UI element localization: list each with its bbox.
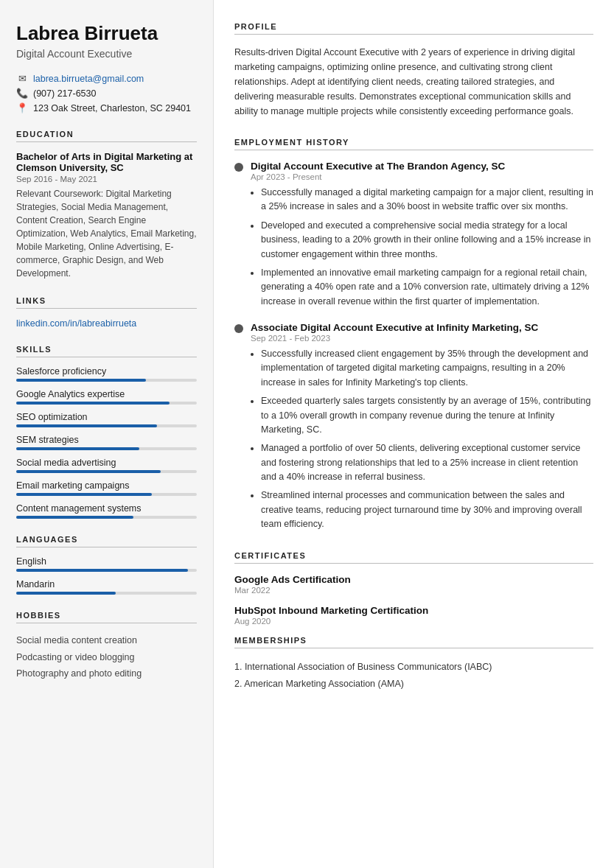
- sidebar: Labrea Birrueta Digital Account Executiv…: [0, 0, 214, 868]
- language-item: English: [16, 556, 197, 572]
- skill-bar-fill: [16, 493, 152, 496]
- skill-bar-bg: [16, 424, 197, 427]
- skill-label: Salesforce proficiency: [16, 366, 197, 377]
- phone-icon: 📞: [16, 88, 28, 99]
- email-link[interactable]: labrea.birrueta@gmail.com: [33, 74, 144, 84]
- language-bar-bg: [16, 592, 197, 595]
- profile-text: Results-driven Digital Account Executive…: [234, 45, 593, 119]
- certificates-list: Google Ads Certification Mar 2022 HubSpo…: [234, 574, 593, 626]
- linkedin-link[interactable]: linkedin.com/in/labreabirrueta: [16, 318, 136, 329]
- memberships-header: MEMBERSHIPS: [234, 636, 593, 648]
- candidate-title: Digital Account Executive: [16, 48, 197, 60]
- hobbies-list: Social media content creationPodcasting …: [16, 632, 197, 682]
- job-bullet: Implemented an innovative email marketin…: [261, 266, 593, 309]
- memberships-list: 1. International Association of Business…: [234, 659, 593, 694]
- certificate-date: Mar 2022: [234, 586, 593, 595]
- job-dot: [234, 163, 243, 172]
- education-dates: Sep 2016 - May 2021: [16, 175, 197, 183]
- job-bullets: Successfully increased client engagement…: [251, 347, 593, 532]
- job-bullet: Exceeded quarterly sales targets consist…: [261, 394, 593, 437]
- skill-item: SEO optimization: [16, 412, 197, 427]
- hobby-item: Photography and photo editing: [16, 665, 197, 682]
- education-header: EDUCATION: [16, 130, 197, 142]
- skill-bar-bg: [16, 493, 197, 496]
- skill-item: Content management systems: [16, 503, 197, 519]
- contact-phone: 📞 (907) 217-6530: [16, 88, 197, 99]
- skill-bar-fill: [16, 402, 170, 405]
- job-bullet: Managed a portfolio of over 50 clients, …: [261, 441, 593, 484]
- job-dates: Sep 2021 - Feb 2023: [251, 334, 593, 343]
- hobby-item: Podcasting or video blogging: [16, 649, 197, 666]
- job-bullet: Developed and executed a comprehensive s…: [261, 219, 593, 262]
- skills-header: SKILLS: [16, 345, 197, 357]
- skill-item: Email marketing campaigns: [16, 480, 197, 496]
- job-bullet: Streamlined internal processes and commu…: [261, 489, 593, 531]
- languages-list: English Mandarin: [16, 556, 197, 595]
- linkedin-link-block: linkedin.com/in/labreabirrueta: [16, 318, 197, 329]
- skill-bar-fill: [16, 516, 133, 519]
- skill-bar-bg: [16, 447, 197, 450]
- phone-number: (907) 217-6530: [33, 88, 96, 99]
- skill-label: SEM strategies: [16, 435, 197, 445]
- job-block: Digital Account Executive at The Brandon…: [234, 161, 593, 309]
- skill-bar-bg: [16, 470, 197, 473]
- candidate-name: Labrea Birrueta: [16, 22, 197, 45]
- contact-address: 📍 123 Oak Street, Charleston, SC 29401: [16, 102, 197, 113]
- job-bullets: Successfully managed a digital marketing…: [251, 186, 593, 309]
- language-label: Mandarin: [16, 579, 197, 589]
- skill-label: Google Analytics expertise: [16, 389, 197, 399]
- job-bullet: Successfully increased client engagement…: [261, 347, 593, 390]
- jobs-list: Digital Account Executive at The Brandon…: [234, 161, 593, 532]
- certificate-date: Aug 2020: [234, 617, 593, 626]
- skill-item: Salesforce proficiency: [16, 366, 197, 382]
- skills-list: Salesforce proficiency Google Analytics …: [16, 366, 197, 519]
- skill-item: Google Analytics expertise: [16, 389, 197, 405]
- certificate-name: Google Ads Certification: [234, 574, 593, 585]
- profile-header: PROFILE: [234, 22, 593, 35]
- membership-item: 1. International Association of Business…: [234, 659, 593, 676]
- skill-label: Social media advertising: [16, 458, 197, 468]
- language-bar-fill: [16, 592, 116, 595]
- skill-label: SEO optimization: [16, 412, 197, 422]
- language-bar-bg: [16, 569, 197, 572]
- certificate-block: HubSpot Inbound Marketing Certification …: [234, 605, 593, 626]
- skill-bar-bg: [16, 402, 197, 405]
- skill-label: Content management systems: [16, 503, 197, 514]
- language-item: Mandarin: [16, 579, 197, 595]
- job-bullet: Successfully managed a digital marketing…: [261, 186, 593, 214]
- skill-bar-bg: [16, 379, 197, 382]
- job-dates: Apr 2023 - Present: [251, 172, 593, 181]
- location-icon: 📍: [16, 102, 28, 113]
- education-coursework: Relevant Coursework: Digital Marketing S…: [16, 187, 197, 280]
- hobbies-header: HOBBIES: [16, 611, 197, 623]
- skill-label: Email marketing campaigns: [16, 480, 197, 491]
- language-bar-fill: [16, 569, 188, 572]
- skill-item: SEM strategies: [16, 435, 197, 450]
- job-title: Associate Digital Account Executive at I…: [251, 322, 538, 333]
- skill-bar-fill: [16, 379, 146, 382]
- address-text: 123 Oak Street, Charleston, SC 29401: [33, 103, 191, 113]
- job-title: Digital Account Executive at The Brandon…: [251, 161, 505, 172]
- contact-block: ✉ labrea.birrueta@gmail.com 📞 (907) 217-…: [16, 73, 197, 113]
- hobby-item: Social media content creation: [16, 632, 197, 649]
- main-content: PROFILE Results-driven Digital Account E…: [214, 0, 614, 868]
- employment-header: EMPLOYMENT HISTORY: [234, 138, 593, 150]
- skill-bar-fill: [16, 447, 139, 450]
- links-header: LINKS: [16, 296, 197, 309]
- skill-item: Social media advertising: [16, 458, 197, 473]
- job-block: Associate Digital Account Executive at I…: [234, 322, 593, 532]
- email-icon: ✉: [16, 73, 28, 84]
- skill-bar-fill: [16, 424, 157, 427]
- contact-email: ✉ labrea.birrueta@gmail.com: [16, 73, 197, 84]
- job-dot: [234, 324, 243, 333]
- membership-item: 2. American Marketing Association (AMA): [234, 676, 593, 693]
- skill-bar-bg: [16, 516, 197, 519]
- education-degree: Bachelor of Arts in Digital Marketing at…: [16, 151, 197, 173]
- certificate-block: Google Ads Certification Mar 2022: [234, 574, 593, 595]
- certificates-header: CERTIFICATES: [234, 551, 593, 564]
- skill-bar-fill: [16, 470, 161, 473]
- languages-header: LANGUAGES: [16, 535, 197, 547]
- certificate-name: HubSpot Inbound Marketing Certification: [234, 605, 593, 616]
- language-label: English: [16, 556, 197, 567]
